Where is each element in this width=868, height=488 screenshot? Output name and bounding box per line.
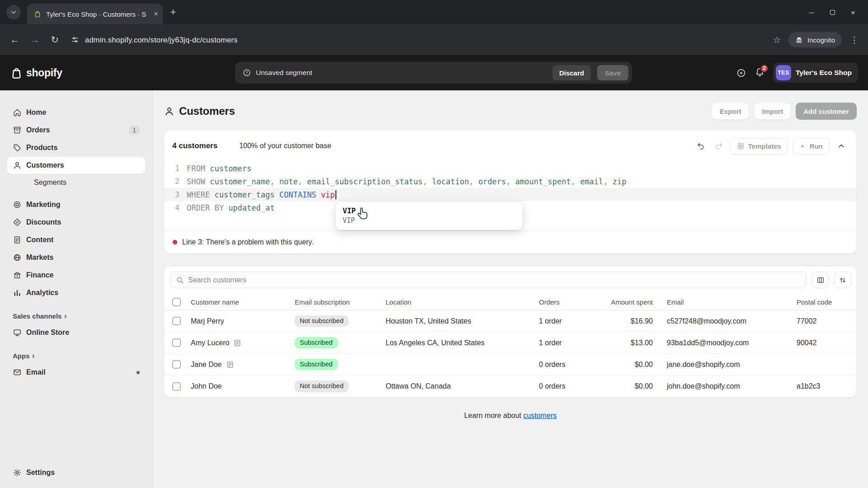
browser-menu-icon[interactable]: ⋮ xyxy=(846,35,863,45)
browser-tab[interactable]: Tyler's Eco Shop · Customers · S × xyxy=(27,4,163,24)
sidebar-item-analytics[interactable]: Analytics xyxy=(7,284,145,301)
sidebar-item-marketing[interactable]: Marketing xyxy=(7,196,145,213)
sidebar-item-segments[interactable]: Segments xyxy=(7,174,145,191)
mouse-cursor xyxy=(356,207,370,223)
column-header-subscription[interactable]: Email subscription xyxy=(295,298,386,306)
marketing-icon xyxy=(13,200,22,209)
table-row[interactable]: Jane DoeSubscribed0 orders$0.00jane.doe@… xyxy=(164,354,857,375)
code-line-2[interactable]: 2SHOW customer_name, note, email_subscri… xyxy=(164,175,857,188)
sidebar-item-online-store[interactable]: Online Store xyxy=(7,324,145,341)
store-menu-button[interactable]: TES Tyler's Eco Shop xyxy=(773,63,858,83)
play-icon xyxy=(799,143,806,150)
location-cell: Los Angeles CA, United States xyxy=(386,339,539,347)
collapse-editor-button[interactable] xyxy=(834,139,849,153)
store-icon xyxy=(13,328,22,337)
store-name: Tyler's Eco Shop xyxy=(796,69,852,77)
sidekick-icon[interactable] xyxy=(736,68,746,78)
sidebar-item-email[interactable]: Email xyxy=(7,364,145,381)
customers-link[interactable]: customers xyxy=(523,412,557,419)
subscription-badge: Subscribed xyxy=(295,337,338,349)
save-button[interactable]: Save xyxy=(597,65,628,80)
discounts-icon xyxy=(13,218,22,227)
sidebar-item-finance[interactable]: Finance xyxy=(7,267,145,284)
amount-cell: $13.00 xyxy=(586,339,658,347)
table-row[interactable]: Amy LuceroSubscribedLos Angeles CA, Unit… xyxy=(164,332,857,354)
bookmark-star-icon[interactable]: ☆ xyxy=(773,35,781,45)
new-tab-button[interactable]: + xyxy=(165,5,181,20)
row-checkbox[interactable] xyxy=(172,382,181,391)
customer-name-cell: Amy Lucero xyxy=(191,339,295,347)
row-checkbox[interactable] xyxy=(172,360,181,369)
row-checkbox[interactable] xyxy=(172,338,181,347)
tab-search-button[interactable] xyxy=(6,5,21,19)
window-minimize-button[interactable]: ─ xyxy=(801,5,822,20)
subscription-cell: Subscribed xyxy=(295,337,386,349)
table-row[interactable]: John DoeNot subscribedOttawa ON, Canada0… xyxy=(164,375,857,397)
forward-button[interactable]: → xyxy=(25,30,44,49)
run-button[interactable]: Run xyxy=(793,138,830,155)
apps-header[interactable]: Apps › xyxy=(7,347,145,364)
note-icon xyxy=(226,361,234,369)
sidebar-item-customers[interactable]: Customers xyxy=(7,157,145,174)
sidebar-item-content[interactable]: Content xyxy=(7,231,145,249)
column-header-zip[interactable]: Postal code xyxy=(789,298,857,306)
sales-channels-header[interactable]: Sales channels › xyxy=(7,308,145,324)
store-avatar: TES xyxy=(776,65,791,80)
notifications-button[interactable]: 2 xyxy=(755,67,765,79)
amount-cell: $0.00 xyxy=(586,361,658,369)
orders-icon xyxy=(13,126,22,135)
address-bar[interactable]: admin.shopify.com/store/jy63jq-dc/custom… xyxy=(65,30,769,49)
page-title: Customers xyxy=(179,105,235,117)
search-customers-box[interactable] xyxy=(170,272,807,288)
column-header-email[interactable]: Email xyxy=(658,298,789,306)
browser-toolbar: ← → ↻ admin.shopify.com/store/jy63jq-dc/… xyxy=(0,24,868,55)
sidebar-item-discounts[interactable]: Discounts xyxy=(7,214,145,231)
select-all-checkbox[interactable] xyxy=(172,298,181,306)
sidebar-item-products[interactable]: Products xyxy=(7,139,145,156)
column-header-location[interactable]: Location xyxy=(386,298,539,306)
edit-columns-button[interactable] xyxy=(812,272,829,288)
email-icon xyxy=(13,368,22,377)
table-row[interactable]: Marj PerryNot subscribedHouston TX, Unit… xyxy=(164,310,857,332)
code-line-1[interactable]: 1FROM customers xyxy=(164,162,857,175)
search-customers-input[interactable] xyxy=(188,276,801,284)
sidebar-item-settings[interactable]: Settings xyxy=(7,464,145,481)
incognito-icon xyxy=(795,36,803,44)
sidebar-item-orders[interactable]: Orders1 xyxy=(7,122,145,139)
window-controls: ─ × xyxy=(801,5,863,20)
chevron-up-icon xyxy=(837,141,846,150)
window-close-button[interactable]: × xyxy=(843,5,863,20)
customer-name-cell: Jane Doe xyxy=(191,361,295,369)
error-message: Line 3: There's a problem with this quer… xyxy=(182,238,314,246)
undo-button[interactable] xyxy=(694,139,708,153)
email-cell: jane.doe@shopify.com xyxy=(658,361,789,369)
add-customer-button[interactable]: Add customer xyxy=(796,103,857,120)
column-header-amount[interactable]: Amount spent xyxy=(586,298,658,306)
window-maximize-button[interactable] xyxy=(822,5,843,20)
code-line-3[interactable]: 3WHERE customer_tags CONTAINS vip xyxy=(164,188,857,201)
chevron-right-icon: › xyxy=(64,311,66,320)
reload-button[interactable]: ↻ xyxy=(45,30,64,49)
export-button[interactable]: Export xyxy=(712,103,750,120)
tab-close-icon[interactable]: × xyxy=(154,9,158,19)
settings-icon xyxy=(13,468,22,477)
subscription-badge: Subscribed xyxy=(295,359,338,371)
redo-button[interactable] xyxy=(712,139,726,153)
import-button[interactable]: Import xyxy=(754,103,791,120)
templates-button[interactable]: Templates xyxy=(730,138,788,155)
back-button[interactable]: ← xyxy=(5,30,24,49)
column-header-name[interactable]: Customer name xyxy=(191,298,295,306)
sort-button[interactable] xyxy=(834,272,851,288)
site-info-icon[interactable] xyxy=(71,35,80,44)
shopify-logo[interactable]: shopify xyxy=(10,66,62,80)
email-cell: 93ba1dd5@moodjoy.com xyxy=(658,339,789,347)
zip-cell: 77002 xyxy=(789,317,857,325)
discard-button[interactable]: Discard xyxy=(552,65,591,80)
table-header-row: Customer nameEmail subscriptionLocationO… xyxy=(164,294,857,310)
column-header-orders[interactable]: Orders xyxy=(539,298,586,306)
sidebar-item-markets[interactable]: Markets xyxy=(7,249,145,266)
topbar-right: 2 TES Tyler's Eco Shop xyxy=(736,63,858,83)
search-icon xyxy=(176,276,184,284)
sidebar-item-home[interactable]: Home xyxy=(7,104,145,121)
row-checkbox[interactable] xyxy=(172,317,181,325)
